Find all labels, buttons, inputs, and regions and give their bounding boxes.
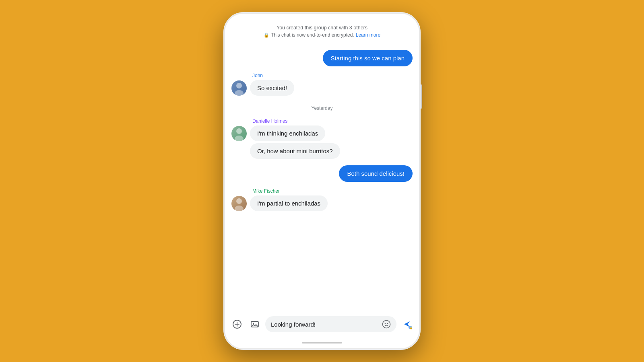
avatar-danielle xyxy=(231,126,247,141)
learn-more-link[interactable]: Learn more xyxy=(356,32,380,38)
received-group-mike: Mike Fischer I'm partial to enchiladas xyxy=(231,188,413,211)
svg-point-2 xyxy=(236,128,242,134)
media-icon xyxy=(250,319,260,329)
encrypted-notice: 🔒 This chat is now end-to-end encrypted.… xyxy=(231,32,413,38)
emoji-icon xyxy=(382,320,391,329)
sender-name-danielle: Danielle Holmes xyxy=(252,118,413,124)
svg-text:🔒: 🔒 xyxy=(409,326,413,329)
phone-screen: You created this group chat with 3 other… xyxy=(225,14,419,348)
side-button xyxy=(421,84,422,109)
add-button[interactable] xyxy=(230,317,244,331)
date-divider-yesterday: Yesterday xyxy=(231,105,413,111)
msg-row-mike: I'm partial to enchiladas xyxy=(231,195,413,211)
message-input[interactable] xyxy=(271,321,379,328)
svg-point-0 xyxy=(236,83,242,88)
svg-point-5 xyxy=(235,206,244,211)
sent-bubble-1: Starting this so we can plan xyxy=(323,50,413,66)
svg-point-1 xyxy=(235,90,244,96)
chat-area: You created this group chat with 3 other… xyxy=(225,14,419,312)
group-created-text: You created this group chat with 3 other… xyxy=(231,25,413,31)
received-group-danielle: Danielle Holmes I'm thinking enchiladas xyxy=(231,118,413,159)
svg-point-12 xyxy=(385,323,386,324)
danielle-bubbles: I'm thinking enchiladas Or, how about mi… xyxy=(231,125,413,159)
media-button[interactable] xyxy=(248,317,262,331)
sender-name-john: John xyxy=(252,73,413,78)
sent-bubble-2: Both sound delicious! xyxy=(339,165,413,182)
avatar-mike xyxy=(231,196,247,211)
add-icon xyxy=(232,319,242,329)
received-bubble-mike-1: I'm partial to enchiladas xyxy=(250,195,328,211)
phone-frame: You created this group chat with 3 other… xyxy=(223,12,421,350)
sent-message-1: Starting this so we can plan xyxy=(231,50,413,66)
avatar-john xyxy=(231,80,247,96)
sent-message-2: Both sound delicious! xyxy=(231,165,413,182)
send-button[interactable]: 🔒 xyxy=(400,317,414,331)
emoji-button[interactable] xyxy=(382,320,391,329)
received-bubble-john-1: So excited! xyxy=(250,80,294,96)
svg-point-3 xyxy=(235,136,244,141)
system-message: You created this group chat with 3 other… xyxy=(231,25,413,38)
svg-point-4 xyxy=(236,198,242,204)
svg-point-10 xyxy=(253,323,254,324)
received-bubble-danielle-1: I'm thinking enchiladas xyxy=(250,125,325,141)
msg-row-danielle-1: I'm thinking enchiladas xyxy=(231,125,413,141)
input-field-container[interactable] xyxy=(265,316,396,332)
encrypted-text: This chat is now end-to-end encrypted. xyxy=(271,32,354,38)
received-bubble-danielle-2: Or, how about mini burritos? xyxy=(250,143,340,159)
msg-row-danielle-2: Or, how about mini burritos? xyxy=(231,143,413,159)
received-group-john: John So excited! xyxy=(231,73,413,96)
input-bar: 🔒 xyxy=(225,312,419,337)
lock-icon: 🔒 xyxy=(264,33,269,38)
svg-point-11 xyxy=(383,321,390,328)
home-indicator xyxy=(225,337,419,348)
svg-point-13 xyxy=(387,323,388,324)
msg-row-john: So excited! xyxy=(231,80,413,96)
home-bar xyxy=(302,342,342,343)
sender-name-mike: Mike Fischer xyxy=(252,188,413,194)
send-icon: 🔒 xyxy=(401,318,413,330)
